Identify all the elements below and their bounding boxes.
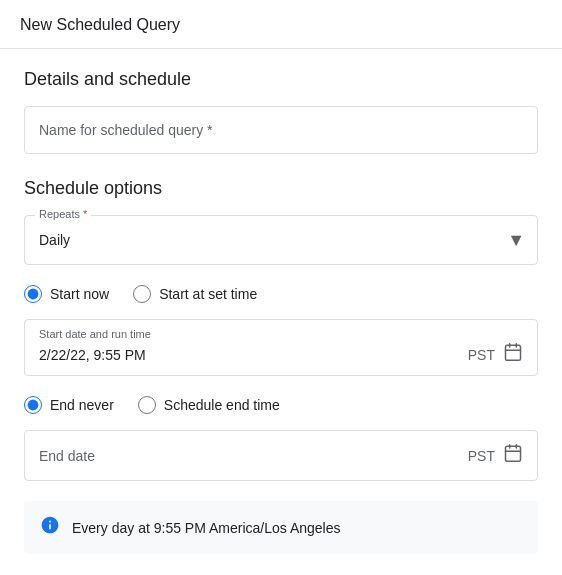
start-now-option[interactable]: Start now (24, 285, 109, 303)
start-now-radio[interactable] (24, 285, 42, 303)
end-never-label: End never (50, 397, 114, 413)
end-never-option[interactable]: End never (24, 396, 114, 414)
repeats-label: Repeats * (35, 208, 91, 220)
start-date-right: PST (468, 342, 523, 367)
info-icon (40, 515, 60, 540)
schedule-section: Schedule options Repeats * Daily Weekly … (24, 178, 538, 554)
page-header: New Scheduled Query (0, 0, 562, 49)
start-date-row: 2/22/22, 9:55 PM PST (39, 342, 523, 367)
schedule-options-title: Schedule options (24, 178, 538, 199)
info-box: Every day at 9:55 PM America/Los Angeles (24, 501, 538, 554)
details-section: Details and schedule (24, 69, 538, 154)
end-date-field: End date PST (24, 430, 538, 481)
start-date-label: Start date and run time (39, 328, 523, 340)
end-radio-group: End never Schedule end time (24, 396, 538, 414)
start-calendar-icon[interactable] (503, 342, 523, 367)
end-date-right: PST (468, 443, 523, 468)
start-tz-label: PST (468, 347, 495, 363)
details-section-title: Details and schedule (24, 69, 538, 90)
name-input-wrapper (24, 106, 538, 154)
end-date-placeholder: End date (39, 448, 95, 464)
info-text: Every day at 9:55 PM America/Los Angeles (72, 520, 340, 536)
start-radio-group: Start now Start at set time (24, 285, 538, 303)
start-date-field: Start date and run time 2/22/22, 9:55 PM… (24, 319, 538, 376)
page-title: New Scheduled Query (20, 16, 180, 33)
start-at-set-time-option[interactable]: Start at set time (133, 285, 257, 303)
repeats-wrapper: Repeats * Daily Weekly Monthly Custom ▼ (24, 215, 538, 265)
name-input[interactable] (24, 106, 538, 154)
end-tz-label: PST (468, 448, 495, 464)
end-calendar-icon[interactable] (503, 443, 523, 468)
start-now-label: Start now (50, 286, 109, 302)
schedule-end-time-option[interactable]: Schedule end time (138, 396, 280, 414)
schedule-end-time-radio[interactable] (138, 396, 156, 414)
start-at-set-time-radio[interactable] (133, 285, 151, 303)
start-date-value: 2/22/22, 9:55 PM (39, 347, 146, 363)
start-at-set-time-label: Start at set time (159, 286, 257, 302)
main-content: Details and schedule Schedule options Re… (0, 49, 562, 574)
repeats-select[interactable]: Daily Weekly Monthly Custom (25, 216, 537, 264)
end-never-radio[interactable] (24, 396, 42, 414)
svg-rect-0 (506, 345, 521, 360)
repeats-required-star: * (83, 208, 87, 220)
svg-rect-4 (506, 446, 521, 461)
schedule-end-time-label: Schedule end time (164, 397, 280, 413)
